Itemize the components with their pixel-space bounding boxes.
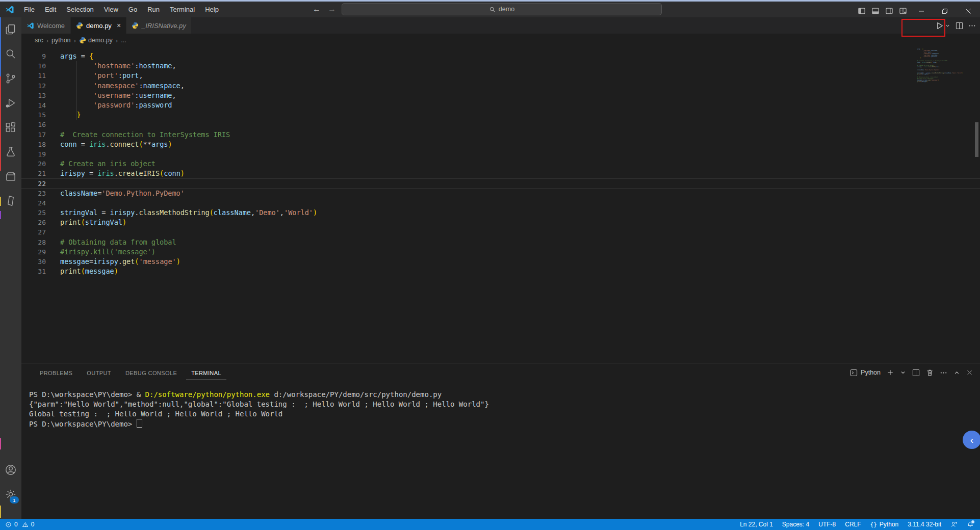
code-line-18[interactable]: 18conn = iris.connect(**args) [21, 140, 980, 149]
close-panel-icon[interactable] [966, 369, 973, 376]
terminal-shell-selector[interactable]: Python [850, 369, 881, 377]
breadcrumb-item-demo-py[interactable]: demo.py [79, 37, 113, 44]
breadcrumb-item--[interactable]: ... [121, 37, 126, 44]
restore-button[interactable] [933, 3, 957, 19]
editor-scrollbar[interactable] [975, 122, 978, 157]
code-line-13[interactable]: 13 'username':username, [21, 91, 980, 100]
kill-terminal-icon[interactable] [926, 369, 934, 377]
history-back-icon[interactable]: ← [311, 5, 322, 14]
toggle-panel-icon[interactable] [868, 3, 882, 19]
code-line-19[interactable]: 19 [21, 149, 980, 159]
activitybar-item-account[interactable] [0, 458, 21, 482]
terminal-line-2: {"parm":"Hello World","method":null,"glo… [29, 400, 980, 409]
tab-welcome[interactable]: Welcome [21, 17, 71, 34]
problems-indicator[interactable]: 0 0 [5, 521, 34, 528]
minimap[interactable]: args = { 'hostname':hostname, 'port':por… [917, 49, 978, 83]
toggle-secondary-sidebar-icon[interactable] [882, 3, 896, 19]
minimize-button[interactable] [910, 3, 933, 19]
search-icon [4, 47, 17, 61]
code-line-24[interactable]: 24 [21, 198, 980, 208]
code-line-10[interactable]: 10 'hostname':hostname, [21, 61, 980, 71]
code-line-31[interactable]: 31print(messgae) [21, 267, 980, 276]
code-line-16[interactable]: 16 [21, 120, 980, 129]
activitybar-item-run-debug[interactable] [0, 91, 21, 115]
line-number: 30 [21, 257, 46, 267]
status-python-interpreter[interactable]: 3.11.4 32-bit [908, 521, 941, 528]
menu-selection[interactable]: Selection [62, 4, 98, 15]
menu-file[interactable]: File [19, 4, 39, 15]
left-edge-color-strip [0, 506, 1, 518]
customize-layout-icon[interactable] [896, 3, 910, 19]
new-terminal-icon[interactable] [887, 369, 894, 376]
activitybar-item-settings[interactable]: 1 [0, 482, 21, 507]
activitybar-item-testing[interactable] [0, 140, 21, 164]
code-line-17[interactable]: 17# Create connection to InterSystems IR… [21, 130, 980, 140]
notifications-bell-icon[interactable] [967, 521, 974, 528]
title-bar: FileEditSelectionViewGoRunTerminalHelp ←… [0, 2, 980, 17]
line-number: 29 [21, 247, 46, 257]
code-line-14[interactable]: 14 'password':password [21, 100, 980, 110]
status-encoding[interactable]: UTF-8 [818, 521, 836, 528]
source-control-icon [4, 72, 17, 85]
code-line-26[interactable]: 26print(stringVal) [21, 218, 980, 227]
breadcrumb-item-python[interactable]: python [51, 37, 71, 44]
menu-go[interactable]: Go [124, 4, 142, 15]
code-line-27[interactable]: 27 [21, 227, 980, 237]
code-editor[interactable]: 9args = {10 'hostname':hostname,11 'port… [21, 47, 980, 363]
activitybar-item-search[interactable] [0, 42, 21, 66]
floating-collapse-chevron-button[interactable]: ‹ [963, 431, 980, 449]
code-line-23[interactable]: 23className='Demo.Python.PyDemo' [21, 189, 980, 198]
status-eol[interactable]: CRLF [845, 521, 861, 528]
menu-view[interactable]: View [99, 4, 123, 15]
remote-feedback-icon[interactable] [950, 521, 958, 528]
code-line-28[interactable]: 28# Obtaining data from global [21, 237, 980, 247]
code-line-25[interactable]: 25stringVal = irispy.classMethodString(c… [21, 208, 980, 218]
terminal-line-3: Global testing : ; Hello World ; Hello W… [29, 409, 980, 419]
activitybar-item-explorer[interactable] [0, 17, 21, 42]
code-line-15[interactable]: 15 } [21, 110, 980, 120]
split-terminal-icon[interactable] [912, 369, 920, 377]
launch-profile-chevron-icon[interactable] [900, 369, 906, 376]
menu-run[interactable]: Run [143, 4, 164, 15]
code-line-11[interactable]: 11 'port':port, [21, 71, 980, 81]
close-window-button[interactable] [957, 3, 980, 19]
panel-tab-terminal[interactable]: TERMINAL [186, 365, 226, 380]
breadcrumb-item-src[interactable]: src [35, 37, 43, 44]
code-line-20[interactable]: 20# Create an iris object [21, 159, 980, 169]
terminal-output[interactable]: PS D:\workspace\PY\demo> & D:/software/p… [21, 386, 980, 519]
activitybar-item-source-control[interactable] [0, 66, 21, 91]
activitybar-item-package[interactable] [0, 164, 21, 189]
tab-_irisnative-py[interactable]: _IRISNative.py [126, 17, 192, 34]
panel-more-actions-icon[interactable] [940, 369, 947, 377]
python-file-icon [132, 22, 139, 29]
activitybar-item-extensions[interactable] [0, 115, 21, 140]
code-line-9[interactable]: 9args = { [21, 51, 980, 61]
more-actions-icon[interactable] [968, 22, 976, 30]
code-line-30[interactable]: 30messgae=irispy.get('message') [21, 257, 980, 267]
command-center-search[interactable]: demo [342, 3, 662, 15]
code-line-21[interactable]: 21irispy = iris.createIRIS(conn) [21, 169, 980, 178]
split-editor-icon[interactable] [956, 22, 963, 30]
menu-terminal[interactable]: Terminal [165, 4, 199, 15]
status-cursor-position[interactable]: Ln 22, Col 1 [740, 521, 773, 528]
toggle-primary-sidebar-icon[interactable] [855, 3, 868, 19]
run-python-file-button[interactable] [935, 21, 950, 30]
panel-tab-debug-console[interactable]: DEBUG CONSOLE [120, 365, 182, 380]
panel-tab-problems[interactable]: PROBLEMS [35, 365, 78, 380]
status-label: Spaces: 4 [782, 521, 809, 528]
status-language-mode[interactable]: {}Python [870, 521, 899, 528]
tab-demo-py[interactable]: demo.py× [71, 17, 126, 34]
breadcrumb[interactable]: src›python›demo.py›... [21, 34, 980, 47]
code-line-22[interactable]: 22 [21, 178, 980, 188]
status-indentation[interactable]: Spaces: 4 [782, 521, 809, 528]
code-line-29[interactable]: 29#irispy.kill('message') [21, 247, 980, 257]
menu-help[interactable]: Help [200, 4, 223, 15]
code-line-12[interactable]: 12 'namespace':namespace, [21, 81, 980, 91]
line-number: 9 [21, 51, 46, 61]
activitybar-item-intersystems[interactable] [0, 189, 21, 213]
menu-edit[interactable]: Edit [40, 4, 61, 15]
panel-tab-output[interactable]: OUTPUT [82, 365, 116, 380]
maximize-panel-icon[interactable] [953, 369, 960, 376]
close-tab-icon[interactable]: × [117, 22, 121, 29]
tab-label: _IRISNative.py [142, 22, 186, 30]
